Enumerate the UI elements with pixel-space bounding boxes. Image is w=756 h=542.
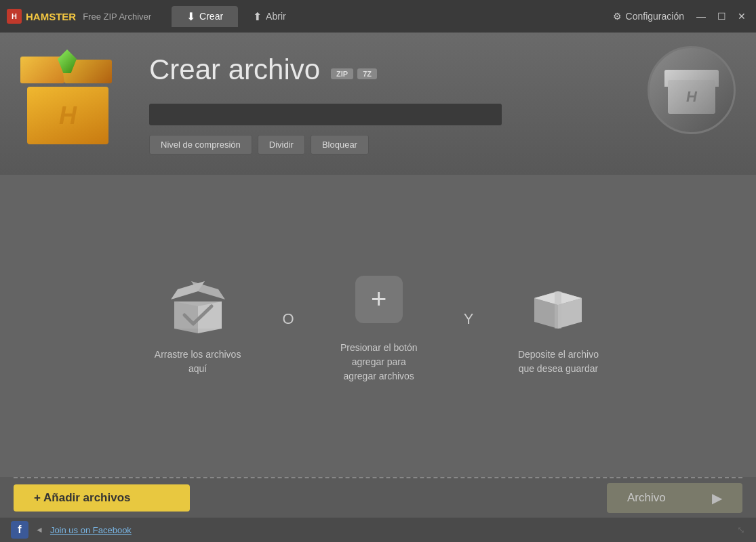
main-area: Arrastre los archivos aquí O + Presionar… (0, 175, 756, 477)
config-button[interactable]: ⚙ Configuración (613, 11, 684, 22)
minimize-button[interactable]: — (694, 9, 709, 24)
split-button[interactable]: Dividir (258, 135, 305, 154)
drag-files-label: Arrastre los archivos aquí (154, 348, 242, 376)
box-graphic: H (20, 56, 115, 144)
plus-button-icon[interactable]: + (349, 269, 410, 330)
bottom-bar: + Añadir archivos Archivo ▶ (0, 478, 756, 518)
logo-icon: H (7, 9, 22, 24)
deposit-label: Deposite el archivo que desea guardar (514, 348, 602, 376)
open-box-svg (167, 278, 228, 335)
tab-abrir-label: Abrir (266, 11, 286, 22)
tab-crear-label: Crear (199, 11, 223, 22)
crear-icon: ⬇ (186, 10, 195, 23)
hamster-circle-icon: H (648, 46, 736, 134)
closed-box-icon (528, 276, 589, 337)
archive-path-input[interactable] (149, 104, 502, 125)
close-button[interactable]: ✕ (734, 9, 749, 24)
box-body: H (27, 87, 108, 144)
abrir-icon: ⬆ (253, 10, 262, 23)
fb-arrow-icon: ◄ (35, 525, 43, 535)
drag-files-item: Arrastre los archivos aquí (154, 276, 242, 376)
facebook-link[interactable]: Join us on Facebook (50, 525, 132, 535)
page-title: Crear archivo (149, 54, 320, 86)
compression-button[interactable]: Nivel de compresión (149, 135, 252, 154)
archivo-arrow: ▶ (712, 490, 722, 506)
deposit-item: Deposite el archivo que desea guardar (514, 276, 602, 376)
gear-icon: ⚙ (613, 11, 622, 22)
drop-zone[interactable]: Arrastre los archivos aquí O + Presionar… (0, 175, 756, 477)
config-label: Configuración (626, 11, 684, 22)
gem-body (58, 49, 77, 73)
hamster-logo: H (20, 49, 129, 158)
separator-o: O (283, 310, 294, 328)
title-bar: H HAMSTER Free ZIP Archiver ⬇ Crear ⬆ Ab… (0, 0, 756, 33)
title-tabs: ⬇ Crear ⬆ Abrir (172, 6, 301, 27)
add-button-item: + Presionar el botón agregar para agrega… (335, 269, 423, 383)
resize-handle[interactable]: ⤡ (737, 524, 745, 535)
format-badges: ZIP 7Z (331, 68, 377, 79)
facebook-icon: f (11, 521, 28, 539)
add-button-label: Presionar el botón agregar para agregar … (335, 341, 423, 383)
archivo-label: Archivo (627, 491, 666, 505)
closed-box-svg (531, 281, 585, 332)
mini-box-graphic: H (664, 66, 719, 114)
header-content: Crear archivo ZIP 7Z Nivel de compresión… (149, 54, 736, 154)
add-files-button[interactable]: + Añadir archivos (14, 484, 190, 512)
maximize-button[interactable]: ☐ (714, 9, 729, 24)
badge-7z[interactable]: 7Z (357, 68, 377, 79)
mini-box-body: H (668, 80, 715, 114)
svg-rect-9 (555, 291, 561, 329)
mini-h-label: H (686, 88, 697, 106)
header-buttons: Nivel de compresión Dividir Bloquear (149, 135, 736, 154)
title-right: ⚙ Configuración — ☐ ✕ (613, 9, 749, 24)
plus-btn-visual[interactable]: + (355, 276, 403, 323)
status-bar: f ◄ Join us on Facebook ⤡ (0, 518, 756, 542)
box-h-label: H (59, 102, 77, 130)
tab-abrir[interactable]: ⬆ Abrir (238, 6, 301, 27)
app-logo: H HAMSTER Free ZIP Archiver (7, 9, 151, 24)
app-name: HAMSTER (26, 11, 76, 22)
tab-crear[interactable]: ⬇ Crear (172, 6, 238, 27)
separator-y: Y (464, 310, 474, 328)
header-area: H Crear archivo ZIP 7Z Nivel de compresi… (0, 33, 756, 175)
lock-button[interactable]: Bloquear (311, 135, 369, 154)
badge-zip[interactable]: ZIP (331, 68, 353, 79)
open-box-icon (167, 276, 228, 337)
gem-graphic (58, 49, 78, 77)
window-controls: — ☐ ✕ (694, 9, 749, 24)
archivo-button[interactable]: Archivo ▶ (607, 483, 742, 513)
app-subtitle: Free ZIP Archiver (83, 12, 151, 22)
